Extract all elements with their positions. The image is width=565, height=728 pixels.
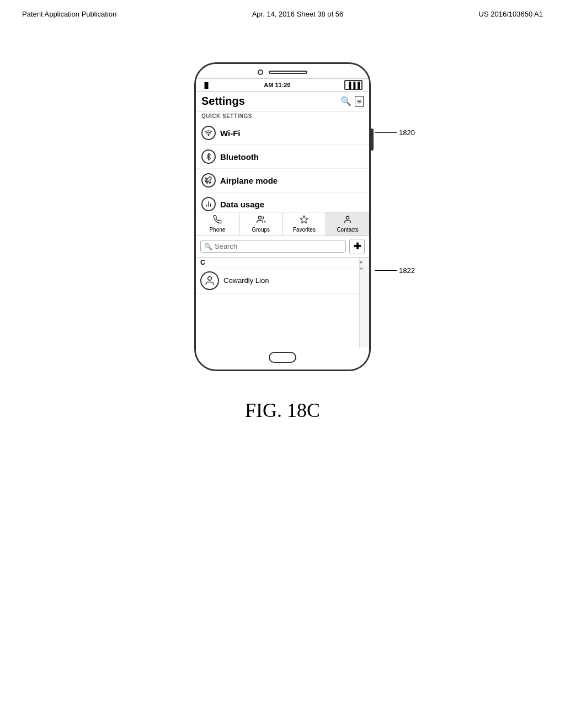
annotation-1822: 1822 (375, 266, 415, 275)
bluetooth-icon (201, 149, 216, 164)
patent-header: Patent Application Publication Apr. 14, … (0, 0, 565, 18)
groups-tab-label: Groups (252, 227, 270, 233)
svg-point-8 (208, 276, 212, 280)
settings-title: Settings (201, 95, 245, 108)
patent-header-left: Patent Application Publication (22, 10, 116, 18)
tab-groups[interactable]: Groups (239, 212, 283, 235)
section-letter: C (200, 259, 205, 266)
svg-point-0 (208, 135, 209, 136)
phone-device: ▐▌ AM 11:20 ▐▐▐ Settings 🔍 ≡ QUICK SETTI… (194, 62, 371, 371)
settings-item-bluetooth[interactable]: Bluetooth (196, 145, 369, 169)
annotation-label-1822: 1822 (399, 266, 415, 275)
favorites-tab-icon (300, 215, 308, 226)
menu-icon[interactable]: ≡ (355, 96, 364, 107)
add-contact-button[interactable]: ✚ (349, 239, 365, 254)
annotation-label-1820: 1820 (399, 129, 415, 137)
settings-list: Wi-Fi Bluetooth (196, 121, 369, 212)
search-icon[interactable]: 🔍 (340, 96, 351, 106)
alpha-hash: # (360, 260, 369, 265)
wifi-icon (201, 126, 216, 140)
groups-tab-icon (257, 215, 265, 226)
quick-settings-label: QUICK SETTINGS (196, 111, 369, 121)
search-box: 🔍 Search (200, 240, 346, 253)
tab-phone[interactable]: Phone (196, 212, 239, 235)
contact-item-cowardly-lion[interactable]: Cowardly Lion (196, 268, 369, 294)
home-button[interactable] (269, 352, 296, 363)
contact-avatar (200, 271, 219, 290)
airplane-label: Airplane mode (220, 176, 278, 185)
tab-contacts[interactable]: Contacts (326, 212, 369, 235)
patent-header-right: US 2016/103650 A1 (479, 10, 543, 18)
settings-header: Settings 🔍 ≡ (196, 92, 369, 111)
settings-item-data[interactable]: Data usage (196, 192, 369, 212)
annotation-1820: 1820 (375, 129, 415, 137)
data-icon (201, 197, 216, 211)
svg-point-5 (258, 216, 261, 219)
contacts-search-bar: 🔍 Search ✚ (196, 236, 369, 258)
tab-favorites[interactable]: Favorites (283, 212, 327, 235)
search-placeholder[interactable]: Search (215, 242, 237, 250)
phone-top (196, 64, 369, 78)
phone-speaker (269, 71, 307, 74)
contacts-area: C Cowardly Lion # A (196, 258, 369, 348)
main-content: ▐▌ AM 11:20 ▐▐▐ Settings 🔍 ≡ QUICK SETTI… (0, 18, 565, 422)
battery-icon: ▐▐▐ (344, 80, 363, 90)
phone-wrapper: ▐▌ AM 11:20 ▐▐▐ Settings 🔍 ≡ QUICK SETTI… (194, 62, 371, 371)
phone-app-tabs: Phone Groups (196, 212, 369, 236)
search-glass-icon: 🔍 (204, 243, 212, 250)
figure-caption: FIG. 18C (245, 399, 320, 422)
alpha-a: A (360, 266, 369, 271)
phone-camera (258, 69, 263, 75)
svg-marker-6 (301, 216, 308, 223)
contacts-tab-label: Contacts (337, 227, 358, 233)
wifi-label: Wi-Fi (220, 129, 241, 138)
data-label: Data usage (220, 200, 264, 209)
contacts-tab-icon (343, 215, 352, 226)
phone-tab-icon (213, 215, 222, 226)
bluetooth-label: Bluetooth (220, 152, 259, 162)
side-button[interactable] (371, 129, 374, 151)
add-icon: ✚ (354, 241, 361, 251)
phone-bottom (196, 347, 369, 370)
status-time: AM 11:20 (264, 82, 290, 88)
settings-item-wifi[interactable]: Wi-Fi (196, 121, 369, 145)
patent-header-middle: Apr. 14, 2016 Sheet 38 of 56 (252, 10, 344, 18)
settings-item-airplane[interactable]: Airplane mode (196, 169, 369, 192)
header-icons: 🔍 ≡ (340, 96, 364, 107)
signal-icon: ▐▌ (202, 82, 210, 88)
status-bar: ▐▌ AM 11:20 ▐▐▐ (196, 78, 369, 92)
alpha-index: # A (359, 258, 369, 348)
phone-tab-label: Phone (209, 227, 225, 233)
svg-point-7 (346, 216, 349, 219)
airplane-icon (201, 173, 216, 188)
favorites-tab-label: Favorites (293, 227, 316, 233)
contact-section-header-c: C (196, 258, 369, 268)
contact-name: Cowardly Lion (223, 276, 269, 285)
